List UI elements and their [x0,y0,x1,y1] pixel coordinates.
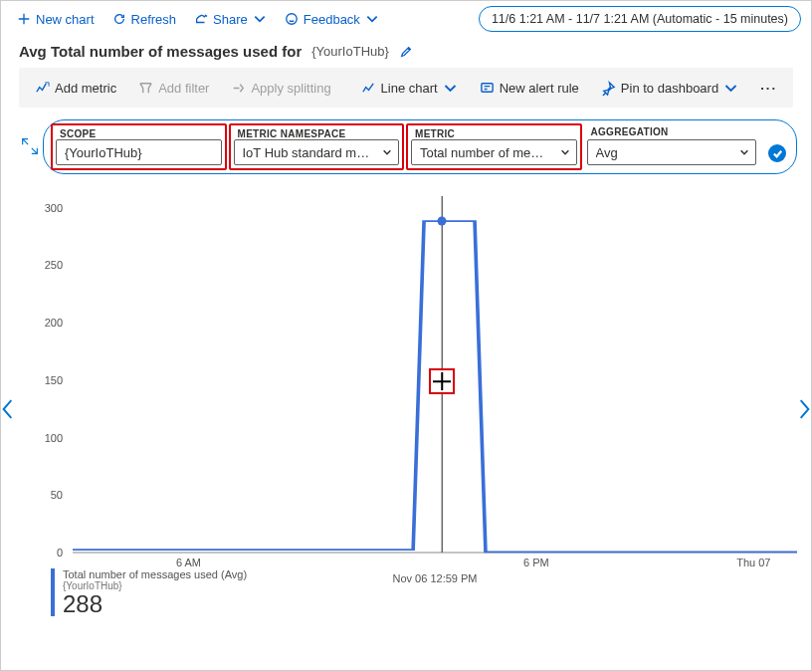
check-icon [772,148,783,159]
more-actions-button[interactable]: ··· [752,81,785,96]
share-button[interactable]: Share [188,8,273,31]
metric-name-selector[interactable]: Total number of me… [411,139,577,165]
namespace-selector[interactable]: IoT Hub standard m… [234,139,400,165]
pin-to-dashboard-label: Pin to dashboard [621,81,718,96]
chart-heading: Avg Total number of messages used for {Y… [1,37,811,68]
refresh-button[interactable]: Refresh [106,8,183,31]
legend-color-bar [51,568,55,616]
chevron-down-icon [365,12,379,26]
scope-selector[interactable]: {YourIoTHub} [56,139,222,165]
refresh-label: Refresh [131,12,177,27]
chart-title: Avg Total number of messages used for [19,43,302,60]
add-metric-icon [35,81,50,96]
plus-icon [17,12,31,26]
apply-splitting-label: Apply splitting [251,81,330,96]
top-toolbar: New chart Refresh Share Feedback 11/6 1:… [1,1,811,37]
namespace-value: IoT Hub standard m… [243,145,370,160]
chevron-down-icon [382,147,392,157]
chart-prev-button[interactable] [1,398,15,420]
chevron-down-icon [253,12,267,26]
feedback-button[interactable]: Feedback [279,8,385,31]
expand-icon[interactable] [19,135,41,157]
chart-next-button[interactable] [797,398,811,420]
smiley-icon [285,12,299,26]
namespace-label: METRIC NAMESPACE [234,128,400,139]
aggregation-value: Avg [596,145,618,160]
time-range-label: 11/6 1:21 AM - 11/7 1:21 AM (Automatic -… [492,12,788,26]
chevron-down-icon [723,81,738,96]
line-chart-icon [361,81,376,96]
share-icon [194,12,208,26]
add-filter-button: Add filter [130,77,217,100]
chart-legend: Total number of messages used (Avg) {You… [51,568,247,616]
svg-rect-1 [482,83,493,91]
scope-label: SCOPE [56,128,222,139]
y-axis-ticks: 050100150200250300 [19,196,71,553]
chart-resource: {YourIoTHub} [311,44,389,59]
chevron-down-icon [443,81,458,96]
scope-value: {YourIoTHub} [65,145,142,160]
aggregation-selector[interactable]: Avg [587,139,757,165]
pin-icon [601,81,616,96]
chart-action-bar: Add metric Add filter Apply splitting Li… [19,68,793,108]
pencil-icon[interactable] [399,45,413,59]
alert-icon [480,81,495,96]
chart-crosshair-target [429,368,455,394]
add-metric-label: Add metric [55,81,116,96]
chart-type-button[interactable]: Line chart [353,77,466,100]
chevron-down-icon [739,147,749,157]
x-axis-center-label: Nov 06 12:59 PM [393,572,478,584]
legend-value: 288 [63,591,247,616]
chart-type-label: Line chart [381,81,438,96]
metric-selector: SCOPE {YourIoTHub} METRIC NAMESPACE IoT … [43,119,797,174]
filter-icon [138,81,153,96]
new-alert-rule-label: New alert rule [500,81,579,96]
chevron-down-icon [560,147,570,157]
share-label: Share [213,12,248,27]
svg-point-0 [287,14,298,25]
aggregation-label: AGGREGATION [587,126,757,137]
chart-data-point [438,217,447,226]
new-chart-label: New chart [36,12,95,27]
metric-value: Total number of me… [420,145,543,160]
legend-series-name: Total number of messages used (Avg) [63,568,247,580]
apply-splitting-button: Apply splitting [223,77,338,100]
confirm-metric-button[interactable] [768,144,786,162]
new-alert-rule-button[interactable]: New alert rule [472,77,587,100]
pin-to-dashboard-button[interactable]: Pin to dashboard [593,77,746,100]
refresh-icon [112,12,126,26]
splitting-icon [231,81,246,96]
add-filter-label: Add filter [158,81,209,96]
new-chart-button[interactable]: New chart [11,8,101,31]
time-range-picker[interactable]: 11/6 1:21 AM - 11/7 1:21 AM (Automatic -… [479,6,801,32]
feedback-label: Feedback [304,12,360,27]
metric-label: METRIC [411,128,577,139]
add-metric-button[interactable]: Add metric [27,77,124,100]
chart-plot[interactable] [73,196,797,553]
chart-area: 050100150200250300 6 AM6 PMThu 07 Nov 06… [19,196,797,600]
